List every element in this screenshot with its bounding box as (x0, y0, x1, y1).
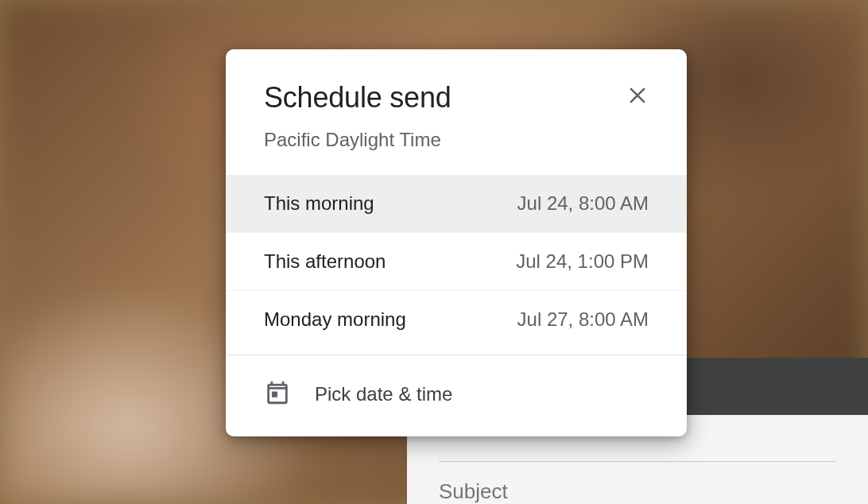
close-icon (626, 84, 649, 107)
option-time: Jul 24, 1:00 PM (516, 250, 649, 273)
option-label: Monday morning (264, 308, 406, 331)
option-time: Jul 27, 8:00 AM (517, 308, 649, 331)
option-time: Jul 24, 8:00 AM (517, 192, 649, 215)
calendar-icon (264, 379, 291, 409)
compose-subject-field[interactable]: Subject (439, 461, 836, 504)
schedule-send-dialog: Schedule send Pacific Daylight Time This… (226, 49, 687, 436)
pick-date-time-button[interactable]: Pick date & time (226, 355, 687, 436)
option-label: This morning (264, 192, 374, 215)
schedule-option-this-morning[interactable]: This morning Jul 24, 8:00 AM (226, 175, 687, 232)
dialog-timezone: Pacific Daylight Time (264, 129, 649, 151)
option-label: This afternoon (264, 250, 386, 273)
schedule-options-list: This morning Jul 24, 8:00 AM This aftern… (226, 175, 687, 348)
dialog-title: Schedule send (264, 81, 649, 114)
close-button[interactable] (622, 79, 653, 111)
dialog-header: Schedule send Pacific Daylight Time (226, 49, 687, 175)
pick-date-time-label: Pick date & time (315, 383, 452, 405)
schedule-option-monday-morning[interactable]: Monday morning Jul 27, 8:00 AM (226, 290, 687, 348)
schedule-option-this-afternoon[interactable]: This afternoon Jul 24, 1:00 PM (226, 232, 687, 290)
